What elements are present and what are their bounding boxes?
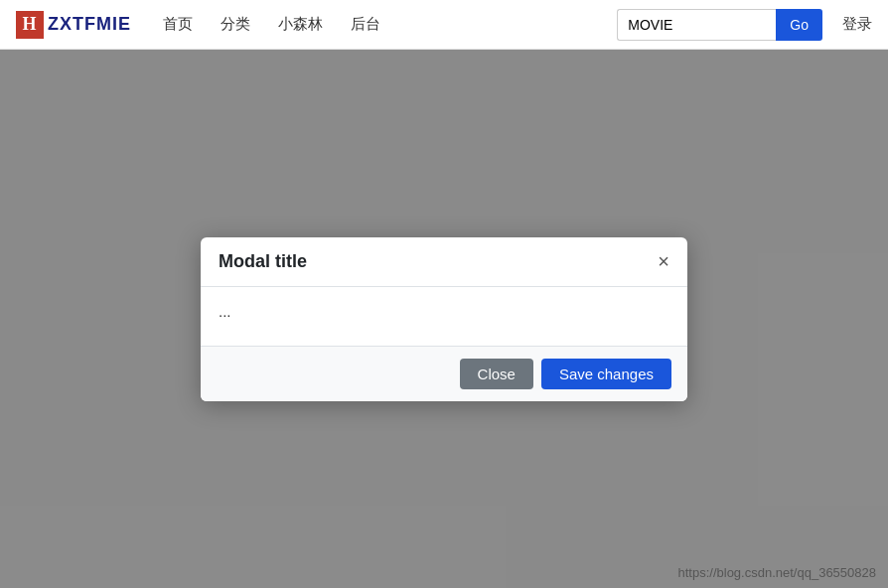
- search-input[interactable]: [617, 9, 776, 41]
- modal-body: ...: [201, 287, 687, 347]
- brand-h-icon: H: [16, 11, 44, 39]
- nav-links: 首页 分类 小森林 后台: [151, 11, 597, 38]
- save-changes-button[interactable]: Save changes: [541, 359, 671, 389]
- brand-name: ZXTFMIE: [48, 14, 131, 35]
- modal-footer: Close Save changes: [201, 347, 687, 401]
- footer-link[interactable]: https://blog.csdn.net/qq_36550828: [678, 565, 877, 580]
- modal: Modal title × ... Close Save changes: [201, 237, 687, 401]
- page-content: Modal title × ... Close Save changes htt…: [0, 50, 888, 588]
- modal-title: Modal title: [219, 251, 307, 272]
- modal-overlay: Modal title × ... Close Save changes: [0, 50, 888, 588]
- nav-category[interactable]: 分类: [209, 11, 262, 38]
- modal-body-text: ...: [219, 303, 231, 320]
- modal-close-button[interactable]: ×: [658, 251, 669, 271]
- brand[interactable]: H ZXTFMIE: [16, 11, 131, 39]
- close-button[interactable]: Close: [460, 359, 533, 389]
- modal-header: Modal title ×: [201, 237, 687, 287]
- search-area: Go: [617, 9, 822, 41]
- search-button[interactable]: Go: [776, 9, 822, 41]
- nav-home[interactable]: 首页: [151, 11, 205, 38]
- nav-admin[interactable]: 后台: [339, 11, 392, 38]
- navbar: H ZXTFMIE 首页 分类 小森林 后台 Go 登录: [0, 0, 888, 50]
- nav-forest[interactable]: 小森林: [266, 11, 335, 38]
- login-link[interactable]: 登录: [842, 15, 872, 34]
